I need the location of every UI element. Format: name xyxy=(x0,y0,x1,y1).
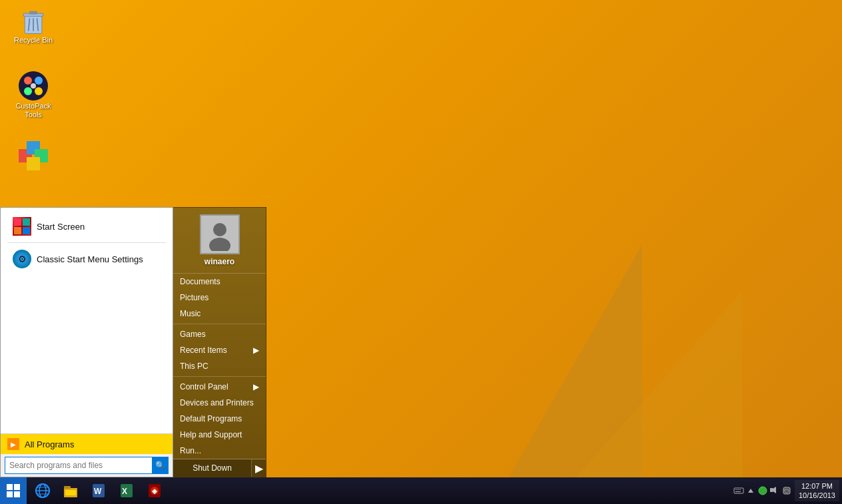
start-button[interactable] xyxy=(0,477,27,504)
svg-rect-45 xyxy=(770,488,773,492)
right-separator-2 xyxy=(173,376,266,377)
start-menu: Start Screen ⚙ Classic Start Menu Settin… xyxy=(0,207,266,477)
recycle-bin-label: Recycle Bin xyxy=(14,36,53,45)
start-menu-left-panel: Start Screen ⚙ Classic Start Menu Settin… xyxy=(0,207,173,477)
svg-text:◈: ◈ xyxy=(151,487,158,495)
default-programs-item[interactable]: Default Programs xyxy=(173,411,266,427)
svg-point-21 xyxy=(213,223,226,236)
svg-rect-39 xyxy=(735,489,737,490)
shutdown-bar: Shut Down ▶ xyxy=(173,459,266,477)
documents-item[interactable]: Documents xyxy=(173,274,266,290)
svg-point-10 xyxy=(35,87,43,95)
system-clock[interactable]: 12:07 PM 10/16/2013 xyxy=(795,480,839,502)
svg-point-8 xyxy=(35,77,43,85)
username: winaero xyxy=(205,257,234,266)
start-menu-right-panel: winaero Documents Pictures Music Games R… xyxy=(173,207,266,477)
taskbar-ie[interactable] xyxy=(29,479,56,503)
user-profile[interactable]: winaero xyxy=(173,208,266,274)
desktop-decoration-2 xyxy=(576,291,742,477)
colorful-tool-icon[interactable] xyxy=(7,140,60,172)
classic-settings-icon: ⚙ xyxy=(13,250,31,268)
this-pc-item[interactable]: This PC xyxy=(173,358,266,374)
system-tray: 🛡 xyxy=(733,485,792,496)
start-screen-item-icon xyxy=(13,217,31,236)
keyboard-tray-icon[interactable] xyxy=(733,485,744,496)
all-programs-button[interactable]: ▶ All Programs xyxy=(1,434,173,454)
svg-rect-18 xyxy=(14,227,21,234)
svg-point-7 xyxy=(24,77,32,85)
tray-volume-icon[interactable] xyxy=(769,485,780,496)
svg-rect-2 xyxy=(30,11,37,14)
clock-date: 10/16/2013 xyxy=(799,491,835,500)
search-bar[interactable]: 🔍 xyxy=(5,457,169,474)
user-avatar xyxy=(200,214,240,254)
start-menu-bottom: ▶ All Programs 🔍 xyxy=(1,433,173,477)
svg-rect-38 xyxy=(734,488,743,493)
recycle-bin-icon[interactable]: Recycle Bin xyxy=(7,7,60,45)
taskbar-app6[interactable]: ◈ xyxy=(141,479,168,503)
menu-separator xyxy=(7,242,166,243)
svg-marker-46 xyxy=(773,487,776,493)
svg-marker-43 xyxy=(748,489,753,493)
start-screen-item[interactable]: Start Screen xyxy=(7,213,166,240)
svg-point-9 xyxy=(24,87,32,95)
taskbar-excel[interactable]: X xyxy=(113,479,140,503)
run-item[interactable]: Run... xyxy=(173,443,266,459)
clock-time: 12:07 PM xyxy=(799,481,835,491)
svg-rect-40 xyxy=(737,489,739,490)
svg-point-44 xyxy=(759,487,767,495)
tray-network-icon[interactable] xyxy=(757,485,768,496)
tray-security-icon[interactable]: 🛡 xyxy=(781,485,792,496)
svg-rect-29 xyxy=(64,486,71,489)
all-programs-label: All Programs xyxy=(25,439,74,449)
svg-text:X: X xyxy=(122,487,127,496)
svg-rect-42 xyxy=(735,491,741,492)
right-separator-1 xyxy=(173,324,266,324)
start-menu-pinned-items: Start Screen ⚙ Classic Start Menu Settin… xyxy=(1,208,173,433)
desktop: Recycle Bin CustoPack Tools xyxy=(0,0,842,504)
svg-rect-16 xyxy=(14,218,21,226)
shutdown-arrow-button[interactable]: ▶ xyxy=(251,459,266,477)
recent-items-arrow: ▶ xyxy=(253,346,259,355)
search-button[interactable]: 🔍 xyxy=(152,457,168,473)
tray-expand-icon[interactable] xyxy=(745,485,756,496)
start-screen-label: Start Screen xyxy=(37,222,85,232)
taskbar-word[interactable]: W xyxy=(85,479,112,503)
music-item[interactable]: Music xyxy=(173,306,266,322)
taskbar-right: 🛡 12:07 PM 10/16/2013 xyxy=(733,477,842,504)
windows-logo xyxy=(7,484,20,497)
taskbar-items: W X ◈ xyxy=(27,477,171,504)
taskbar-explorer[interactable] xyxy=(57,479,84,503)
svg-rect-17 xyxy=(23,218,30,226)
svg-rect-41 xyxy=(739,489,741,490)
control-panel-arrow: ▶ xyxy=(253,382,259,391)
help-support-item[interactable]: Help and Support xyxy=(173,427,266,443)
svg-point-11 xyxy=(31,83,36,89)
svg-rect-15 xyxy=(27,157,40,170)
search-input[interactable] xyxy=(5,458,152,473)
recent-items-item[interactable]: Recent Items ▶ xyxy=(173,342,266,358)
shutdown-button[interactable]: Shut Down xyxy=(173,459,251,477)
all-programs-arrow: ▶ xyxy=(7,438,19,450)
pictures-item[interactable]: Pictures xyxy=(173,290,266,306)
classic-settings-item[interactable]: ⚙ Classic Start Menu Settings xyxy=(7,246,166,272)
svg-rect-19 xyxy=(23,227,30,234)
custopack-tools-icon[interactable]: CustoPack Tools xyxy=(7,70,60,119)
svg-text:W: W xyxy=(94,487,102,496)
games-item[interactable]: Games xyxy=(173,326,266,342)
taskbar: W X ◈ xyxy=(0,477,842,504)
svg-text:🛡: 🛡 xyxy=(784,489,789,495)
svg-rect-30 xyxy=(65,490,76,495)
control-panel-item[interactable]: Control Panel ▶ xyxy=(173,379,266,395)
devices-printers-item[interactable]: Devices and Printers xyxy=(173,395,266,411)
classic-settings-label: Classic Start Menu Settings xyxy=(37,254,143,264)
custopack-label: CustoPack Tools xyxy=(7,102,60,119)
